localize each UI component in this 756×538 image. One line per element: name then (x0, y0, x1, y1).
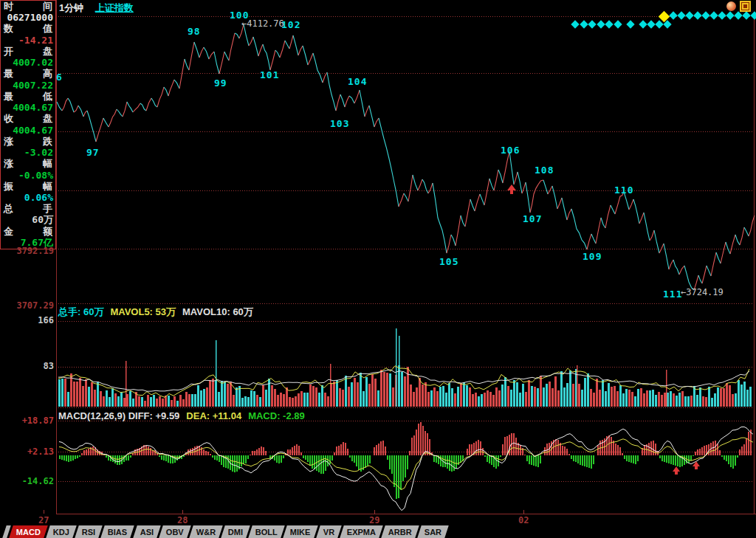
tab-macd[interactable]: MACD (9, 525, 48, 538)
wave-label-107: 107 (523, 213, 542, 224)
sidebar-value-8: 0.06% (1, 193, 55, 203)
macd-header-item: DEA: +11.04 (186, 410, 241, 421)
diamond-icon (580, 20, 588, 28)
tab-kdj[interactable]: KDJ (46, 525, 77, 538)
tab-sar[interactable]: SAR (417, 525, 449, 538)
wave-label-105: 105 (439, 256, 458, 267)
volume-header-item: MAVOL5: 53万 (110, 306, 176, 317)
macd-signal-arrow-icon (673, 466, 680, 472)
sidebar-label-2: 开盘 (1, 46, 55, 57)
sun-logo-icon[interactable] (726, 1, 736, 11)
wave-label-111: 111 (663, 289, 682, 300)
sidebar-value-5: 4004.67 (1, 125, 55, 136)
time-label-27: 27 (38, 515, 49, 525)
sidebar-label-5: 收盘 (1, 114, 55, 124)
gridline (56, 452, 756, 452)
diamond-icon (726, 11, 734, 19)
price-axis-label: 3707.29 (0, 300, 54, 311)
gridline (56, 16, 756, 17)
time-tick (182, 510, 183, 514)
diamond-icon (647, 20, 655, 28)
period-label[interactable]: 1分钟 (59, 2, 83, 13)
wave-label-106: 106 (501, 145, 520, 156)
diamond-icon (614, 20, 622, 28)
macd-axis-label: +2.13 (0, 446, 54, 457)
sidebar-value-2: 4007.02 (1, 58, 55, 68)
diamond-icon (588, 20, 596, 28)
tab-dmi[interactable]: DMI (221, 525, 250, 538)
diamond-icon (605, 20, 613, 28)
tab-w-r[interactable]: W&R (189, 525, 223, 538)
tab-rsi[interactable]: RSI (75, 525, 103, 538)
sidebar-label-8: 振幅 (1, 182, 55, 192)
volume-axis-label: 83 (0, 361, 54, 371)
gridline (56, 131, 756, 132)
tab-obv[interactable]: OBV (159, 525, 190, 538)
macd-axis-label: -14.62 (0, 476, 54, 486)
wave-label-99: 99 (214, 77, 227, 89)
time-tick (44, 510, 44, 514)
diamond-icon (685, 11, 693, 19)
wave-label-97: 97 (86, 147, 100, 158)
buy-signal-arrow-icon (507, 184, 516, 190)
sidebar-value-6: -3.02 (1, 148, 55, 158)
sidebar-label-0: 时间 (1, 1, 55, 12)
price-axis-label: 3792.19 (0, 246, 54, 256)
wave-label-102: 102 (281, 19, 300, 30)
macd-header: MACD(12,26,9) DIFF: +9.59DEA: +11.04MACD… (58, 410, 312, 421)
price-annotation: ←3724.19 (681, 287, 724, 297)
tab-arbr[interactable]: ARBR (381, 525, 419, 538)
tab-asi[interactable]: ASI (133, 525, 161, 538)
price-annotation: ←4112.76 (241, 18, 284, 29)
time-axis-line (56, 514, 756, 514)
diamond-icon (669, 11, 677, 19)
sidebar-label-1: 数值 (1, 24, 55, 34)
sidebar-value-4: 4004.67 (1, 103, 55, 113)
gridline (56, 249, 756, 249)
gridline (56, 190, 756, 191)
diamond-icon (626, 20, 634, 28)
wave-label-108: 108 (535, 165, 554, 176)
wave-label-104: 104 (348, 76, 367, 87)
sidebar-label-3: 最高 (1, 69, 55, 79)
volume-header-item: 总手: 60万 (58, 306, 103, 317)
gridline (56, 481, 756, 482)
sidebar-value-9: 60万 (1, 215, 55, 225)
tab-bias[interactable]: BIAS (101, 525, 135, 538)
gridline (56, 367, 756, 368)
gridline (56, 73, 756, 74)
sidebar-value-1: -14.21 (1, 35, 55, 46)
time-label-29: 29 (369, 515, 379, 525)
window-box-icon[interactable] (740, 1, 751, 12)
sidebar-label-4: 最低 (1, 92, 55, 102)
tab-boll[interactable]: BOLL (249, 525, 285, 538)
volume-axis-label: 166 (0, 315, 54, 325)
gridline (56, 321, 756, 322)
diamond-icon (571, 20, 579, 28)
diamond-icon (597, 20, 605, 28)
panel-right-border (754, 16, 755, 514)
diamond-icon (742, 11, 750, 19)
time-label-02: 02 (518, 515, 529, 525)
diamond-icon (750, 11, 756, 19)
diamond-icon (677, 11, 685, 19)
wave-label-109: 109 (583, 251, 602, 262)
wave-label-103: 103 (330, 118, 349, 129)
macd-header-item: MACD: -2.89 (248, 410, 305, 421)
time-label-28: 28 (177, 515, 188, 525)
tab-mike[interactable]: MIKE (283, 525, 317, 538)
tab-expma[interactable]: EXPMA (340, 525, 383, 538)
sidebar-label-6: 涨跌 (1, 137, 55, 147)
time-tick (374, 510, 375, 514)
charts-canvas (0, 0, 756, 538)
index-name-link[interactable]: 上证指数 (95, 2, 134, 13)
top-bar: 1分钟 上证指数 (59, 1, 134, 15)
diamond-icon (709, 11, 718, 19)
diamond-icon (655, 20, 663, 28)
trading-terminal-window: 时间06271000数值-14.21开盘4007.02最高4007.22最低40… (0, 0, 756, 538)
tab-vr[interactable]: VR (316, 525, 342, 538)
wave-label-101: 101 (260, 69, 279, 80)
gridline (56, 407, 756, 408)
macd-header-item: MACD(12,26,9) DIFF: +9.59 (58, 410, 179, 421)
wave-label-98: 98 (188, 26, 201, 37)
